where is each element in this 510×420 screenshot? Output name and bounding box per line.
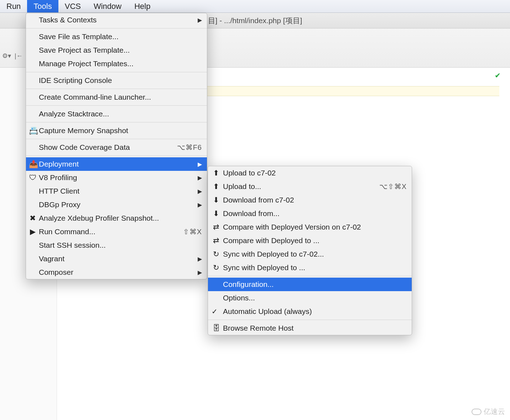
deployment-menu-item[interactable]: ⬆Upload to c7-02 [208,166,412,180]
menu-item-icon: ⬆ [212,182,220,191]
menu-item-icon: 📇 [29,126,37,135]
menu-item-label: Upload to c7-02 [223,169,407,177]
menu-item-label: Options... [223,294,407,302]
menu-item-label: Download from c7-02 [223,196,407,204]
submenu-arrow-icon: ▶ [198,269,202,276]
deployment-menu-item[interactable]: ✓Automatic Upload (always) [208,305,412,318]
menu-item-label: Save File as Template... [39,32,202,41]
tools-menu-item[interactable]: HTTP Client▶ [26,184,207,198]
menu-item-label: Start SSH session... [39,241,202,250]
menu-item-label: Download from... [223,209,407,218]
menu-item-label: Analyze Xdebug Profiler Snapshot... [39,214,202,222]
menu-item-label: Upload to... [223,182,379,191]
menu-item-label: Show Code Coverage Data [39,143,177,152]
deployment-submenu: ⬆Upload to c7-02⬆Upload to...⌥⇧⌘X⬇Downlo… [208,166,412,335]
watermark-text: 亿速云 [484,407,505,416]
deployment-menu-item[interactable]: ⇄Compare with Deployed Version on c7-02 [208,220,412,234]
menu-item-label: Sync with Deployed to ... [223,263,407,272]
tools-menu-item[interactable]: Tasks & Contexts▶ [26,13,207,27]
tools-menu-item[interactable]: Save Project as Template... [26,43,207,57]
menu-item-label: Analyze Stacktrace... [39,110,202,118]
tools-dropdown-menu: Tasks & Contexts▶Save File as Template..… [26,13,207,279]
collapse-icon[interactable]: |← [15,52,23,60]
menu-item-icon: ↻ [212,250,220,258]
separator [26,139,207,139]
menu-item-label: Deployment [39,160,195,168]
separator [26,28,207,28]
menu-item-label: Browse Remote Host [223,324,407,332]
tools-menu-item[interactable]: ▶Run Command...⇧⌘X [26,225,207,238]
check-icon: ✓ [212,307,218,316]
separator [208,320,412,320]
menu-item-label: Manage Project Templates... [39,59,202,68]
deployment-menu-item[interactable]: ⬇Download from c7-02 [208,193,412,207]
menu-item-icon: 📤 [29,160,37,168]
deployment-menu-item[interactable]: ⬇Download from... [208,207,412,220]
submenu-arrow-icon: ▶ [198,17,202,23]
tools-menu-item[interactable]: Analyze Stacktrace... [26,107,207,121]
deployment-menu-item[interactable]: 🗄Browse Remote Host [208,321,412,335]
submenu-arrow-icon: ▶ [198,188,202,195]
menu-window[interactable]: Window [87,0,128,12]
shortcut: ⌥⇧⌘X [379,182,407,191]
menu-item-label: Compare with Deployed to ... [223,236,407,245]
menu-item-label: Compare with Deployed Version on c7-02 [223,223,407,231]
menu-run[interactable]: Run [0,0,27,12]
window-title: 目] - .../html/index.php [项目] [208,16,302,26]
tools-menu-item[interactable]: Vagrant▶ [26,252,207,266]
tools-menu-item[interactable]: Save File as Template... [26,30,207,43]
tools-menu-item[interactable]: DBGp Proxy▶ [26,198,207,211]
tools-menu-item[interactable]: Manage Project Templates... [26,57,207,70]
tools-menu-item[interactable]: 📤Deployment▶ [26,157,207,171]
menu-item-icon: ⬇ [212,209,220,218]
separator [26,122,207,122]
deployment-menu-item[interactable]: Options... [208,291,412,305]
menu-item-label: Tasks & Contexts [39,16,195,24]
separator [26,89,207,89]
tools-menu-item[interactable]: Create Command-line Launcher... [26,90,207,104]
menu-item-label: DBGp Proxy [39,200,195,209]
submenu-arrow-icon: ▶ [198,161,202,168]
deployment-menu-item[interactable]: ↻Sync with Deployed to ... [208,261,412,274]
tools-menu-item[interactable]: Composer▶ [26,266,207,279]
menu-help[interactable]: Help [128,0,157,12]
menu-item-label: Automatic Upload (always) [223,307,407,316]
menu-item-label: Composer [39,268,195,277]
cloud-icon [472,409,482,415]
menu-item-icon: ⬇ [212,196,220,204]
tools-menu-item[interactable]: IDE Scripting Console [26,74,207,87]
tools-menu-item[interactable]: Show Code Coverage Data⌥⌘F6 [26,141,207,154]
deployment-menu-item[interactable]: ↻Sync with Deployed to c7-02... [208,247,412,261]
menu-item-label: HTTP Client [39,187,195,195]
tools-menu-item[interactable]: ✖Analyze Xdebug Profiler Snapshot... [26,211,207,225]
menu-item-label: V8 Profiling [39,173,195,182]
menu-item-label: IDE Scripting Console [39,76,202,85]
menubar: RunToolsVCSWindowHelp [0,0,510,13]
menu-item-icon: 🗄 [212,324,220,332]
separator [26,72,207,72]
submenu-arrow-icon: ▶ [198,256,202,262]
menu-item-label: Run Command... [39,227,183,236]
menu-tools[interactable]: Tools [27,0,58,12]
menu-item-icon: ⇄ [212,223,220,231]
deployment-menu-item[interactable]: Configuration... [208,278,412,291]
menu-item-icon: ▶ [29,227,37,236]
menu-item-icon: ✖ [29,214,37,222]
tools-menu-item[interactable]: Start SSH session... [26,238,207,252]
menu-item-label: Create Command-line Launcher... [39,93,202,101]
menu-vcs[interactable]: VCS [58,0,87,12]
menu-item-label: Vagrant [39,254,195,263]
gear-icon[interactable]: ⚙︎▾ [2,52,11,60]
deployment-menu-item[interactable]: ⇄Compare with Deployed to ... [208,234,412,247]
separator [26,105,207,106]
menu-item-icon: ↻ [212,263,220,272]
submenu-arrow-icon: ▶ [198,174,202,181]
menu-item-label: Configuration... [223,280,407,289]
deployment-menu-item[interactable]: ⬆Upload to...⌥⇧⌘X [208,180,412,193]
menu-item-label: Capture Memory Snapshot [39,126,202,135]
submenu-arrow-icon: ▶ [198,201,202,208]
tools-menu-item[interactable]: 🛡V8 Profiling▶ [26,171,207,184]
toolbar-icons: ⚙︎▾ |← [2,52,23,60]
tools-menu-item[interactable]: 📇Capture Memory Snapshot [26,124,207,137]
menu-item-icon: 🛡 [29,173,37,182]
